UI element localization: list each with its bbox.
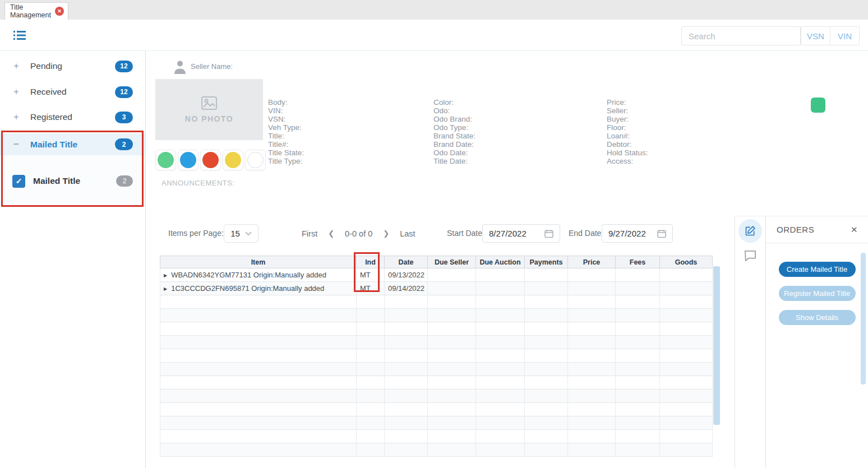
show-details-button[interactable]: Show Details	[779, 310, 856, 325]
create-mailed-title-button[interactable]: Create Mailed Title	[779, 262, 856, 277]
table-cell-empty	[385, 322, 428, 336]
pagination-prev-icon[interactable]: ❮	[328, 229, 334, 238]
edit-orders-button[interactable]	[738, 219, 762, 243]
table-cell-empty	[660, 309, 713, 322]
table-cell-empty	[357, 390, 385, 403]
table-cell-empty	[476, 430, 525, 443]
status-color-button-4[interactable]	[245, 150, 266, 170]
table-cell-empty	[385, 390, 428, 403]
table-cell-empty	[160, 430, 357, 443]
table-cell-empty	[525, 322, 568, 336]
row-item-text: 1C3CCCDG2FN695871 Origin:Manually added	[171, 284, 324, 293]
tab-title-management[interactable]: Title Management ✕	[4, 2, 68, 20]
table-cell-empty	[568, 309, 616, 322]
table-cell-empty	[476, 443, 525, 457]
table-row[interactable]: ▶WBADN6342YGM77131 Origin:Manually added…	[160, 268, 713, 282]
table-cell-empty	[160, 322, 357, 336]
status-color-button-2[interactable]	[200, 150, 221, 170]
field-label: Odo:	[433, 106, 475, 115]
table-cell-empty	[385, 336, 428, 349]
table-cell-empty	[160, 443, 357, 457]
items-per-page-select[interactable]: 15	[224, 224, 258, 243]
comments-button[interactable]	[744, 250, 757, 263]
end-date-input[interactable]	[608, 229, 655, 238]
pagination-last-button[interactable]: Last	[400, 229, 415, 238]
sidebar-item-registered[interactable]: + Registered 3	[0, 109, 145, 126]
pagination-first-button[interactable]: First	[302, 229, 317, 238]
table-cell-empty	[568, 363, 616, 376]
row-expand-caret-icon[interactable]: ▶	[164, 286, 167, 291]
field-label: Color:	[433, 98, 475, 106]
table-cell	[525, 268, 568, 282]
table-cell	[568, 282, 616, 295]
expand-plus-icon[interactable]: +	[12, 61, 20, 72]
tab-close-icon[interactable]: ✕	[55, 7, 64, 16]
mailed-title-sub-section: ✓ Mailed Title 2	[0, 155, 145, 206]
close-panel-icon[interactable]: ✕	[851, 225, 858, 235]
no-photo-label: NO PHOTO	[185, 114, 233, 123]
status-color-circle	[158, 152, 174, 168]
table-cell-empty	[525, 363, 568, 376]
status-color-button-0[interactable]	[155, 150, 176, 170]
table-cell-empty	[616, 295, 660, 309]
table-cell-empty	[616, 416, 660, 430]
vsn-button[interactable]: VSN	[801, 26, 830, 45]
sidebar-item-mailed-title[interactable]: − Mailed Title 2	[0, 133, 145, 155]
column-header-due-seller: Due Seller	[428, 256, 476, 268]
sidebar-item-received[interactable]: + Received 12	[0, 84, 145, 100]
table-cell-empty	[160, 349, 357, 363]
calendar-icon[interactable]	[657, 229, 666, 238]
table-row-empty	[160, 336, 713, 349]
table-row-empty	[160, 416, 713, 430]
table-cell-empty	[160, 336, 357, 349]
vin-button[interactable]: VIN	[830, 26, 860, 45]
title-management-window: Title Management ✕ VSN VIN + Pending 12 …	[0, 0, 868, 468]
calendar-icon[interactable]	[544, 229, 553, 238]
items-per-page-label: Items per Page:	[168, 229, 224, 238]
table-vertical-scrollbar[interactable]	[713, 266, 720, 425]
status-color-button-1[interactable]	[178, 150, 198, 170]
table-row[interactable]: ▶1C3CCCDG2FN695871 Origin:Manually added…	[160, 282, 713, 295]
pagination-next-icon[interactable]: ❯	[383, 229, 389, 238]
sidebar-subitem-mailed-title[interactable]: ✓ Mailed Title 2	[0, 174, 145, 188]
table-cell-empty	[160, 416, 357, 430]
table-cell-empty	[385, 363, 428, 376]
start-date-input[interactable]	[489, 229, 536, 238]
table-cell-empty	[660, 416, 713, 430]
table-cell-empty	[616, 376, 660, 390]
field-label: Price:	[607, 98, 648, 106]
table-cell-empty	[660, 443, 713, 457]
column-header-item: Item	[160, 256, 357, 268]
table-cell-empty	[568, 322, 616, 336]
table-cell-empty	[476, 376, 525, 390]
table-cell-empty	[660, 322, 713, 336]
expand-plus-icon[interactable]: +	[12, 112, 20, 123]
vehicle-details-panel: Seller Name: NO PHOTO ANNOUNCEMENTS: Bod…	[146, 51, 868, 216]
image-icon	[201, 96, 217, 110]
search-input[interactable]	[681, 26, 801, 45]
table-cell-empty	[385, 430, 428, 443]
row-item-text: WBADN6342YGM77131 Origin:Manually added	[171, 271, 326, 279]
table-cell-empty	[568, 390, 616, 403]
register-mailed-title-button[interactable]: Register Mailed Title	[779, 286, 856, 301]
field-label: Brand State:	[433, 132, 475, 140]
row-expand-caret-icon[interactable]: ▶	[164, 273, 167, 278]
field-label: Hold Status:	[607, 149, 648, 157]
sidebar-item-pending[interactable]: + Pending 12	[0, 58, 145, 75]
table-cell-empty	[428, 390, 476, 403]
status-color-button-3[interactable]	[223, 150, 243, 170]
expand-plus-icon[interactable]: +	[12, 86, 20, 98]
collapse-minus-icon[interactable]: −	[12, 139, 20, 150]
table-cell-empty	[525, 295, 568, 309]
table-cell	[660, 268, 713, 282]
table-cell: MT	[357, 268, 385, 282]
table-cell-empty	[568, 443, 616, 457]
table-cell-empty	[385, 309, 428, 322]
field-label: Buyer:	[607, 115, 648, 123]
vehicle-status-square	[811, 98, 825, 113]
mailed-title-checkbox[interactable]: ✓	[12, 175, 25, 188]
orders-panel-scrollbar[interactable]	[861, 253, 866, 384]
table-cell-empty	[525, 430, 568, 443]
table-cell-empty	[428, 349, 476, 363]
menu-list-icon[interactable]	[13, 30, 26, 40]
